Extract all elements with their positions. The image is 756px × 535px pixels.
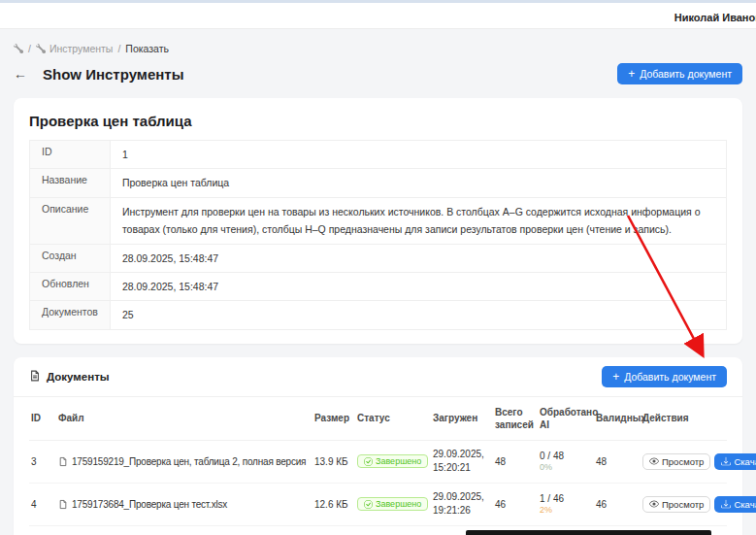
add-document-button-secondary[interactable]: + Добавить документ bbox=[602, 366, 727, 387]
plus-icon: + bbox=[628, 68, 635, 80]
col-header-status: Статус bbox=[355, 403, 427, 433]
col-header-actions: Действия bbox=[641, 403, 727, 433]
documents-section-title: Документы bbox=[47, 371, 110, 383]
tool-info-card: Проверка цен таблица ID 1 Название Прове… bbox=[14, 98, 742, 344]
user-menu[interactable]: Николай Иванов bbox=[674, 12, 756, 23]
doc-file-name: 1759159219_Проверка цен, таблица 2, полн… bbox=[72, 456, 309, 467]
breadcrumb-item-current: Показать bbox=[125, 43, 169, 54]
bottom-window-edge bbox=[466, 530, 711, 535]
add-document-button[interactable]: + Добавить документ bbox=[617, 63, 742, 84]
view-label: Просмотр bbox=[662, 499, 704, 510]
ai-percent: 0% bbox=[540, 462, 588, 474]
info-row-updated: Обновлен 28.09.2025, 15:48:47 bbox=[30, 272, 727, 300]
view-label: Просмотр bbox=[662, 456, 704, 467]
file-icon bbox=[58, 499, 68, 510]
doc-status: Завершено bbox=[355, 448, 427, 475]
col-header-total: Всего записей bbox=[493, 397, 534, 440]
breadcrumb-separator: / bbox=[117, 43, 120, 54]
info-row-documents-count: Документов 25 bbox=[30, 301, 727, 329]
download-button[interactable]: Скачать bbox=[714, 453, 756, 470]
info-row-created: Создан 28.09.2025, 15:48:47 bbox=[30, 244, 727, 272]
file-icon bbox=[58, 456, 68, 467]
info-label: Создан bbox=[30, 244, 111, 272]
breadcrumb-item-label: Инструменты bbox=[49, 43, 113, 54]
eye-icon bbox=[649, 456, 659, 466]
wrench-icon bbox=[36, 44, 46, 53]
info-value: Проверка цен таблица bbox=[110, 169, 726, 197]
doc-ai: 0 / 480% bbox=[538, 443, 590, 481]
documents-table: ID Файл Размер Статус Загружен Всего зап… bbox=[14, 397, 742, 535]
info-row-id: ID 1 bbox=[30, 141, 727, 169]
table-row: 4 1759173684_Проверка цен тест.xlsx 12.6… bbox=[29, 484, 727, 526]
ai-count: 0 / 48 bbox=[540, 451, 564, 461]
doc-total: 46 bbox=[493, 492, 534, 517]
download-label: Скачать bbox=[734, 499, 756, 510]
info-value: 28.09.2025, 15:48:47 bbox=[110, 272, 726, 300]
info-value: Инструмент для проверки цен на товары из… bbox=[110, 197, 726, 244]
download-button[interactable]: Скачать bbox=[714, 496, 756, 513]
doc-valid: 48 bbox=[594, 450, 637, 474]
doc-uploaded: 29.09.2025, 15:20:21 bbox=[431, 441, 489, 483]
status-label: Завершено bbox=[376, 499, 421, 509]
info-value: 25 bbox=[110, 301, 726, 329]
info-label: Обновлен bbox=[30, 272, 111, 300]
table-row: 3 1759159219_Проверка цен, таблица 2, по… bbox=[29, 441, 727, 484]
col-header-ai: Обработано AI bbox=[538, 397, 590, 440]
page-content: / Инструменты / Показать ← Show Инструме… bbox=[0, 43, 756, 535]
info-value: 28.09.2025, 15:48:47 bbox=[110, 244, 726, 272]
add-document-label: Добавить документ bbox=[624, 371, 716, 383]
top-bar: Николай Иванов bbox=[0, 0, 756, 29]
eye-icon bbox=[649, 499, 659, 509]
status-label: Завершено bbox=[376, 456, 421, 466]
documents-table-header: ID Файл Размер Статус Загружен Всего зап… bbox=[29, 397, 727, 441]
page-header: ← Show Инструменты + Добавить документ bbox=[14, 63, 742, 84]
col-header-uploaded: Загружен bbox=[431, 403, 489, 433]
view-button[interactable]: Просмотр bbox=[642, 453, 710, 470]
documents-card-header: Документы + Добавить документ bbox=[14, 357, 742, 397]
check-circle-icon bbox=[364, 500, 373, 509]
info-label: Описание bbox=[30, 197, 111, 244]
breadcrumb-separator: / bbox=[28, 43, 31, 54]
doc-uploaded: 29.09.2025, 19:21:26 bbox=[431, 484, 489, 525]
info-row-name: Название Проверка цен таблица bbox=[30, 169, 727, 197]
download-icon bbox=[721, 456, 731, 466]
col-header-size: Размер bbox=[312, 403, 351, 433]
col-header-id: ID bbox=[29, 403, 52, 433]
doc-id: 3 bbox=[29, 450, 52, 474]
breadcrumb-item-tools[interactable]: Инструменты bbox=[36, 43, 113, 54]
doc-ai: 1 / 462% bbox=[538, 485, 590, 523]
doc-file-name: 1759173684_Проверка цен тест.xlsx bbox=[72, 499, 227, 510]
status-badge: Завершено bbox=[357, 454, 428, 468]
status-badge: Завершено bbox=[357, 497, 428, 511]
doc-file: 1759159219_Проверка цен, таблица 2, полн… bbox=[56, 450, 309, 474]
col-header-file: Файл bbox=[56, 403, 309, 433]
download-icon bbox=[721, 499, 731, 509]
info-label: Название bbox=[30, 169, 111, 197]
doc-id: 4 bbox=[29, 492, 52, 517]
doc-valid: 46 bbox=[594, 492, 637, 517]
page-title: Show Инструменты bbox=[43, 66, 183, 83]
col-header-valid: Валидных bbox=[594, 403, 637, 433]
documents-card: Документы + Добавить документ ID Файл Ра… bbox=[14, 357, 742, 535]
doc-size: 13.9 КБ bbox=[312, 450, 351, 474]
doc-size: 12.6 КБ bbox=[312, 492, 351, 517]
back-arrow-icon[interactable]: ← bbox=[14, 67, 27, 81]
tool-card-title: Проверка цен таблица bbox=[29, 113, 727, 129]
tool-info-table: ID 1 Название Проверка цен таблица Описа… bbox=[29, 140, 727, 330]
info-label: ID bbox=[30, 141, 111, 169]
info-row-description: Описание Инструмент для проверки цен на … bbox=[30, 197, 727, 244]
doc-file: 1759173684_Проверка цен тест.xlsx bbox=[56, 492, 309, 517]
doc-total: 48 bbox=[493, 450, 534, 474]
doc-actions: Просмотр Скачать bbox=[641, 489, 756, 519]
ai-count: 1 / 46 bbox=[540, 493, 564, 504]
info-value: 1 bbox=[110, 141, 726, 169]
document-icon bbox=[29, 370, 41, 384]
plus-icon: + bbox=[612, 371, 619, 383]
doc-actions: Просмотр Скачать bbox=[641, 447, 756, 477]
ai-percent: 2% bbox=[540, 505, 588, 517]
add-document-label: Добавить документ bbox=[640, 68, 732, 80]
breadcrumb: / Инструменты / Показать bbox=[14, 43, 742, 54]
wrench-icon[interactable] bbox=[14, 44, 23, 53]
view-button[interactable]: Просмотр bbox=[642, 496, 710, 513]
download-label: Скачать bbox=[734, 456, 756, 467]
